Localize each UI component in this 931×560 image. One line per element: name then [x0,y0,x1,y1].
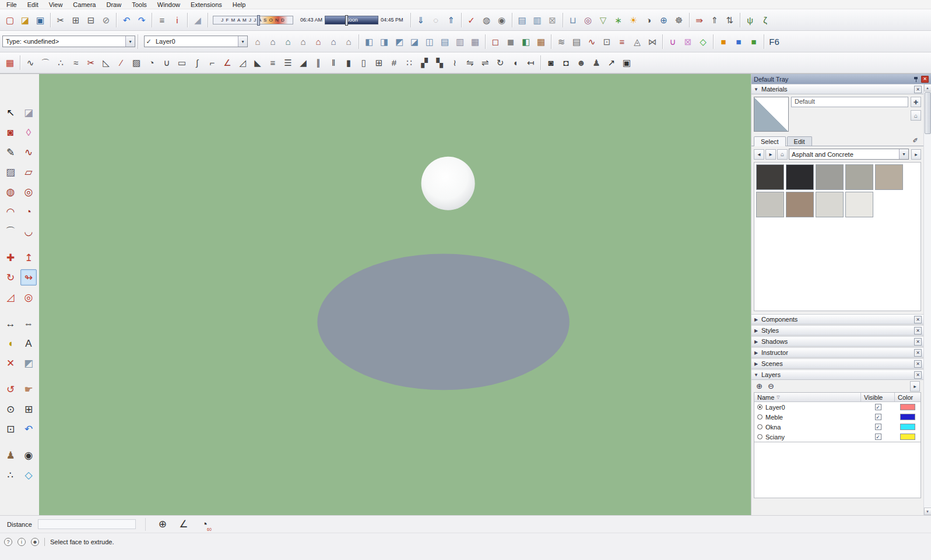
fern-button[interactable]: ζ [758,12,773,27]
time-slider-track[interactable]: Noon [325,16,378,24]
warehouse-download-button[interactable]: ⇓ [413,12,428,27]
style-wireframe-button[interactable]: ◻ [488,34,503,49]
follow-me-tool[interactable]: ↬ [20,269,37,286]
material-swatch-asphalt-old[interactable] [756,164,784,190]
rotate-tool[interactable]: ↻ [2,269,19,286]
model-info-button[interactable]: i [170,12,185,27]
tray-section-styles[interactable]: ▶Styles✕ [751,325,923,336]
video-camera-button[interactable]: ◙ [543,55,558,71]
paste-button[interactable]: ⊟ [83,12,99,27]
layer-color-swatch[interactable] [900,414,915,420]
stairs-button[interactable]: ☰ [280,55,296,71]
style-hidden-line-button[interactable]: ◼ [503,34,518,49]
eraser-tool[interactable]: ◊ [20,124,37,140]
layer-row-okna[interactable]: Okna✓ [754,422,921,432]
sun-button[interactable]: ☀ [626,12,641,27]
help-icon[interactable]: ? [4,538,12,546]
tray-section-components[interactable]: ▶Components✕ [751,314,923,325]
forward-button[interactable]: ▸ [765,149,776,160]
grid-tool-button[interactable]: # [387,55,402,71]
tab-edit[interactable]: Edit [787,136,812,146]
house-button[interactable]: ⌂ [311,34,326,49]
section-close-button[interactable]: ✕ [914,338,922,346]
section-close-button[interactable]: ✕ [914,349,922,357]
sandbox-scratch-button[interactable]: ▤ [569,34,584,49]
three-point-arc-tool[interactable]: ◡ [20,223,37,240]
print-button[interactable]: ≡ [154,12,170,27]
menu-file[interactable]: File [1,1,22,9]
protractor-tool[interactable]: ◖ [2,335,19,351]
flip-edge-button[interactable]: ⋈ [645,34,660,49]
lock-button[interactable]: ⊠ [545,12,560,27]
poly-green-button[interactable]: ◇ [695,34,711,49]
ramp-button[interactable]: ◢ [296,55,311,71]
angle-button[interactable]: ∠ [220,55,235,71]
tray-section-scenes[interactable]: ▶Scenes✕ [751,358,923,369]
section-close-button[interactable]: ✕ [914,327,922,334]
layer-radio[interactable] [757,414,763,420]
column-visible[interactable]: Visible [861,393,895,401]
date-slider-track[interactable]: J F M A M J J A S O N D [213,16,293,24]
camera-button[interactable]: ◘ [558,55,574,71]
turn-tool[interactable]: ◇ [20,467,37,483]
sphere[interactable] [421,157,475,210]
menu-window[interactable]: Window [152,1,185,9]
freehand-tool[interactable]: ∿ [20,144,37,160]
extrude-edge-button[interactable]: ◺ [99,55,114,71]
push-pull-tool[interactable]: ↥ [20,249,37,266]
pin-icon[interactable] [913,76,919,82]
bottom-view-button[interactable]: ▥ [452,34,468,49]
grass-button[interactable]: ψ [743,12,758,27]
shed-button[interactable]: ⌂ [326,34,341,49]
export-scene-button[interactable]: ↗ [604,55,619,71]
warehouse-button[interactable]: ⌂ [341,34,356,49]
lattice-button[interactable]: ▚ [432,55,447,71]
layer-row-layer0[interactable]: Layer0✓ [754,402,921,412]
knife-button[interactable]: ∕ [114,55,129,71]
array-up-button[interactable]: ⇑ [707,12,722,27]
look-around-tool[interactable]: ◉ [20,447,37,463]
top-view-button[interactable]: ◨ [377,34,392,49]
redo-button[interactable]: ↷ [134,12,149,27]
solid-pick-button[interactable]: ◉ [494,12,510,27]
disc-face[interactable] [317,254,569,390]
layer-visible-checkbox[interactable]: ✓ [875,414,881,420]
window-two-button[interactable]: ▥ [530,12,545,27]
back-button[interactable]: ◂ [754,149,764,160]
tray-section-instructor[interactable]: ▶Instructor✕ [751,347,923,358]
erase-button[interactable]: ⊘ [99,12,114,27]
menu-camera[interactable]: Camera [68,1,101,9]
cylinder-button[interactable]: ⊔ [565,12,581,27]
chevron-down-icon[interactable]: ▾ [125,36,135,47]
material-swatch-concrete-form[interactable] [786,192,814,217]
walk-tool[interactable]: ∴ [2,467,19,483]
copy-button[interactable]: ⊞ [68,12,83,27]
window-tool-button[interactable]: ⊞ [371,55,387,71]
offset-tool[interactable]: ◎ [20,289,37,305]
rectangle-tool[interactable]: ▨ [2,164,19,180]
corner-button[interactable]: ⌐ [205,55,220,71]
layer-color-swatch[interactable] [900,434,915,440]
watering-can-button[interactable]: ∪ [665,34,680,49]
zoom-tool[interactable]: ⊙ [2,401,19,417]
time-slider-thumb[interactable] [345,15,348,26]
eyedropper-icon[interactable]: ✐ [909,136,921,146]
fence-button[interactable]: ‖ [326,55,341,71]
layer-visible-checkbox[interactable]: ✓ [875,404,881,410]
material-swatch-concrete-aged[interactable] [845,164,873,190]
door-button[interactable]: ▯ [356,55,371,71]
material-swatch-concrete-gray[interactable] [816,164,844,190]
rotated-rectangle-tool[interactable]: ▱ [20,164,37,180]
remove-layer-button[interactable]: ⊖ [767,382,775,390]
previous-view-tool[interactable]: ↶ [20,421,37,437]
globe-button[interactable]: ⊕ [656,12,672,27]
scrollbar-thumb[interactable] [925,92,931,134]
fredo-f6-button[interactable]: F6 [767,34,782,49]
add-detail-button[interactable]: ◬ [630,34,645,49]
material-swatch-asphalt-stamped[interactable] [786,164,814,190]
slope-snap-button[interactable]: ∠ [176,517,191,532]
add-layer-button[interactable]: ⊕ [755,382,764,390]
rotate-cw-button[interactable]: ↻ [493,55,508,71]
hatch-button[interactable]: ▨ [129,55,144,71]
material-swatch-concrete-brushed[interactable] [875,164,903,190]
